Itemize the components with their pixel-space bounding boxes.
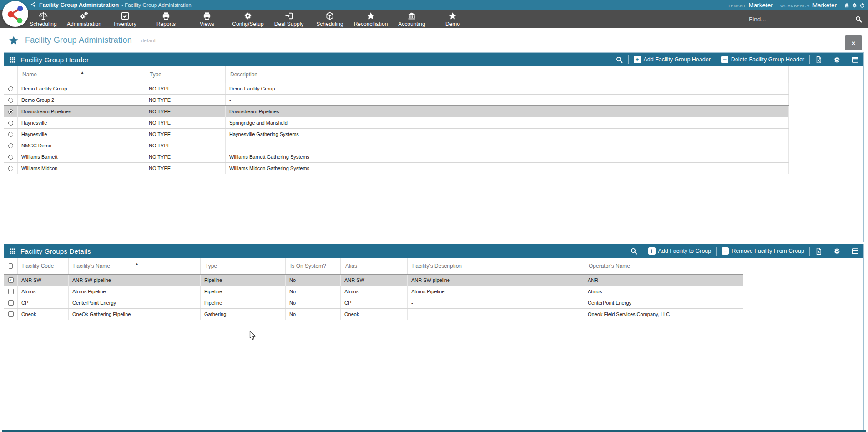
nav-item-inventory[interactable]: Inventory <box>105 10 146 28</box>
table-cell: Oneok <box>18 309 69 320</box>
workbench-selector[interactable]: WORKBENCH Marketer <box>780 2 837 9</box>
table-cell: Pipeline <box>201 297 286 308</box>
table-cell: Springridge and Mansfield <box>226 117 789 128</box>
nav-item-scheduling[interactable]: Scheduling <box>309 10 350 28</box>
nav-item-reports[interactable]: Reports <box>146 10 187 28</box>
row-radio[interactable] <box>8 121 13 126</box>
indeterminate-checkbox-icon: – <box>9 263 13 269</box>
table-cell: NO TYPE <box>145 129 226 140</box>
grid-settings-gear-icon[interactable] <box>833 56 841 64</box>
row-radio[interactable] <box>8 166 13 171</box>
table-row[interactable]: HaynesvilleNO TYPESpringridge and Mansfi… <box>4 117 789 129</box>
find-input[interactable] <box>749 16 850 23</box>
table-cell: Demo Facility Group <box>18 83 145 94</box>
nav-item-scheduling[interactable]: Scheduling <box>23 10 64 28</box>
row-checkbox[interactable] <box>8 311 14 317</box>
favorite-star-icon[interactable] <box>8 35 19 46</box>
column-header-facility-code[interactable]: Facility Code <box>18 258 69 274</box>
nav-item-administration[interactable]: Administration <box>64 10 105 28</box>
row-radio[interactable] <box>8 86 13 91</box>
column-header-description[interactable]: Description <box>226 66 789 83</box>
nav-items: Scheduling Administration Inventory Repo… <box>23 10 868 28</box>
table-row[interactable]: Downstream PipelinesNO TYPEDownstream Pi… <box>4 106 789 117</box>
details-table-column-headers: – Facility Code Facility's Name ▲ Type I… <box>4 258 743 275</box>
export-excel-icon[interactable] <box>815 247 823 255</box>
panel-title: Facility Group Header <box>20 56 89 64</box>
nav-item-label: Scheduling <box>30 21 56 27</box>
table-row[interactable]: AtmosAtmos PipelinePipelineNoAtmosAtmos … <box>4 286 743 297</box>
add-facility-group-header-button[interactable]: + Add Facility Group Header <box>634 56 711 63</box>
tenant-selector[interactable]: TENANT Marketer <box>728 2 773 9</box>
row-radio[interactable] <box>8 155 13 160</box>
table-cell <box>4 309 18 320</box>
nav-item-demo[interactable]: Demo <box>432 10 473 28</box>
table-row[interactable]: CPCenterPoint EnergyPipelineNoCP-CenterP… <box>4 297 743 309</box>
power-icon[interactable] <box>859 2 865 8</box>
bottom-bar <box>2 430 866 432</box>
table-cell: Haynesville Gathering Systems <box>226 129 789 140</box>
table-cell: Williams Barnett <box>18 151 145 162</box>
close-page-button[interactable]: × <box>845 35 862 50</box>
details-table-body: ✓ANR SWANR SW pipelinePipelineNoANR SWAN… <box>4 275 863 320</box>
printer-icon <box>161 11 171 20</box>
app-logo[interactable] <box>2 1 28 27</box>
remove-facility-from-group-button[interactable]: − Remove Facility From Group <box>722 247 804 255</box>
column-header-facility-name[interactable]: Facility's Name ▲ <box>69 258 201 274</box>
header-table-body: Demo Facility GroupNO TYPEDemo Facility … <box>4 83 863 174</box>
table-cell <box>4 83 18 94</box>
table-row[interactable]: Demo Facility GroupNO TYPEDemo Facility … <box>4 83 789 95</box>
table-cell: ANR SW <box>18 275 69 286</box>
table-cell: Oneok <box>341 309 408 320</box>
table-cell: Haynesville <box>18 129 145 140</box>
maximize-window-icon[interactable] <box>851 56 859 64</box>
search-icon[interactable] <box>616 56 623 64</box>
column-header-name[interactable]: Name ▲ <box>18 66 145 83</box>
table-row[interactable]: NMGC DemoNO TYPE- <box>4 140 789 151</box>
column-header-type[interactable]: Type <box>201 258 286 274</box>
row-radio[interactable] <box>8 143 13 148</box>
home-icon[interactable] <box>844 2 850 8</box>
cube-icon <box>325 11 334 20</box>
table-row[interactable]: Demo Group 2NO TYPE- <box>4 95 789 106</box>
divider <box>846 247 846 256</box>
table-cell: CP <box>18 297 69 308</box>
grid-settings-gear-icon[interactable] <box>833 247 841 255</box>
row-radio[interactable] <box>8 109 13 114</box>
table-cell: ANR SW pipeline <box>69 275 201 286</box>
workbench-label: WORKBENCH <box>780 4 810 8</box>
nav-item-reconciliation[interactable]: Reconciliation <box>350 10 391 28</box>
row-radio[interactable] <box>8 132 13 137</box>
column-header-operator-name[interactable]: Operator's Name <box>584 258 743 274</box>
column-header-facility-description[interactable]: Facility's Description <box>408 258 584 274</box>
table-cell: No <box>286 286 341 297</box>
divider <box>716 55 716 64</box>
tenant-label: TENANT <box>728 4 746 8</box>
add-facility-to-group-button[interactable]: + Add Facility to Group <box>648 247 712 255</box>
table-row[interactable]: HaynesvilleNO TYPEHaynesville Gathering … <box>4 129 789 140</box>
table-row[interactable]: ✓ANR SWANR SW pipelinePipelineNoANR SWAN… <box>4 275 743 286</box>
nav-item-config-setup[interactable]: Config/Setup <box>227 10 268 28</box>
row-checkbox[interactable]: ✓ <box>8 277 14 283</box>
divider <box>846 55 846 64</box>
nav-item-views[interactable]: Views <box>187 10 227 28</box>
table-cell: NO TYPE <box>145 106 226 117</box>
nav-item-deal-supply[interactable]: Deal Supply <box>268 10 309 28</box>
column-header-alias[interactable]: Alias <box>341 258 408 274</box>
settings-gear-icon[interactable] <box>852 2 858 8</box>
row-radio[interactable] <box>8 98 13 103</box>
select-all-checkbox[interactable]: – <box>4 258 18 274</box>
search-icon[interactable] <box>630 247 638 255</box>
table-row[interactable]: OneokOneOk Gathering PipelineGatheringNo… <box>4 309 743 320</box>
delete-facility-group-header-button[interactable]: − Delete Facility Group Header <box>721 56 804 63</box>
export-excel-icon[interactable] <box>815 56 823 64</box>
column-header-is-on-system[interactable]: Is On System? <box>286 258 341 274</box>
row-checkbox[interactable] <box>8 300 14 306</box>
column-header-type[interactable]: Type <box>145 66 226 83</box>
nav-item-accounting[interactable]: Accounting <box>391 10 432 28</box>
maximize-window-icon[interactable] <box>851 247 859 255</box>
table-row[interactable]: Williams BarnettNO TYPEWilliams Barnett … <box>4 151 789 163</box>
table-row[interactable]: Williams MidconNO TYPEWilliams Midcon Ga… <box>4 163 789 174</box>
page-view-name: - default <box>138 38 157 43</box>
row-checkbox[interactable] <box>8 289 14 294</box>
search-icon[interactable] <box>855 15 863 23</box>
